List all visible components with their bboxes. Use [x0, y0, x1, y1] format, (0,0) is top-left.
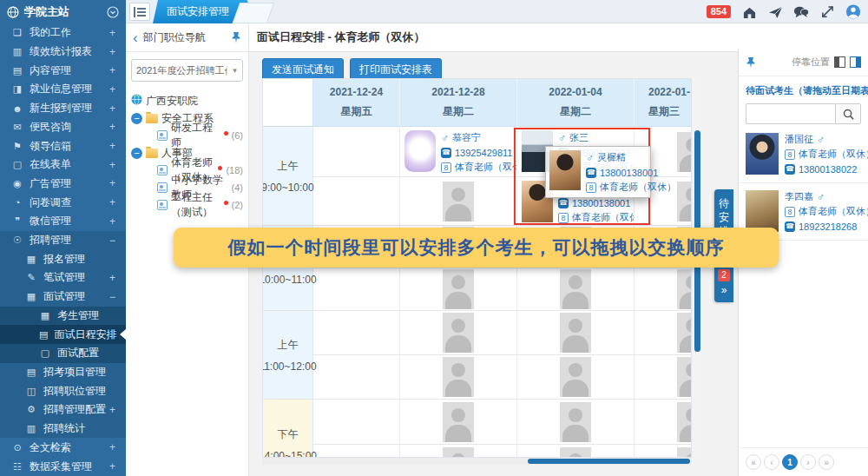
avatar-placeholder [677, 402, 692, 442]
send-icon[interactable] [767, 4, 783, 20]
schedule-cell[interactable] [635, 400, 692, 445]
dragging-candidate-card[interactable]: ♂灵樨精☎138001380018体育老师（双休） [545, 146, 651, 198]
pending-candidate-item[interactable]: 潘国征♂8体育老师（双休）☎13800138022 [739, 126, 868, 183]
dock-left-icon[interactable] [834, 56, 845, 68]
male-icon: ♂ [817, 134, 825, 146]
schedule-cell[interactable] [400, 268, 517, 311]
avatar-placeholder [560, 447, 591, 459]
monitor-icon: ❏ [11, 27, 23, 38]
schedule-cell[interactable] [635, 445, 692, 458]
sidebar-item-招聘管理配置[interactable]: ⚙招聘管理配置+ [0, 400, 126, 420]
schedule-cell[interactable] [313, 268, 400, 311]
collapse-icon[interactable]: − [131, 148, 142, 159]
dock-right-icon[interactable] [850, 56, 861, 68]
candidate-job-line: 8体育老师（双休） [441, 161, 517, 174]
male-icon: ♂ [586, 152, 594, 164]
schedule-cell[interactable] [313, 445, 400, 458]
drag-preview-card[interactable]: ♂灵樨精☎138001380018体育老师（双休） [546, 147, 650, 197]
page-button-›[interactable]: › [800, 454, 816, 470]
horizontal-scrollbar-thumb[interactable] [528, 459, 690, 464]
page-button-‹[interactable]: ‹ [764, 454, 779, 470]
sidebar-item-招聘统计[interactable]: ▥招聘统计 [0, 420, 126, 439]
sidebar-item-label: 招聘管理配置 [43, 402, 109, 417]
sidebar-item-微信管理[interactable]: ❞微信管理+ [0, 212, 126, 231]
sidebar-item-新生报到管理[interactable]: ☻新生报到管理+ [0, 99, 126, 118]
candidate-phone-line: ☎13800138001 [558, 196, 635, 209]
pin-icon[interactable] [746, 56, 756, 69]
search-button[interactable] [835, 103, 861, 124]
job-badge-icon: 8 [785, 207, 795, 217]
collapse-icon[interactable]: − [131, 113, 142, 124]
schedule-cell[interactable] [517, 268, 635, 311]
sidebar-item-数据采集管理[interactable]: ☷数据采集管理+ [0, 457, 126, 476]
dock-bar: 停靠位置 [739, 49, 868, 76]
candidate-name: 李四嘉 [785, 190, 813, 203]
sidebar-item-我的工作[interactable]: ❏我的工作+ [0, 23, 126, 43]
home-icon[interactable] [741, 4, 757, 20]
sidebar-item-广告管理[interactable]: ◉广告管理+ [0, 175, 126, 194]
sidebar-item-笔试管理[interactable]: ✎笔试管理+ [0, 268, 126, 288]
sidebar-item-报名管理[interactable]: ▦报名管理 [0, 249, 126, 268]
expand-mark: + [109, 140, 115, 152]
sidebar-item-问卷调查[interactable]: ◔问卷调查+ [0, 193, 126, 212]
tree-root-node[interactable]: 广西安职院 [131, 92, 243, 109]
page-button-1[interactable]: 1 [782, 454, 798, 470]
sidebar-item-招聘管理[interactable]: ☉招聘管理− [0, 231, 126, 250]
time-slot-cell: 上午9:00~10:00 [263, 127, 313, 226]
page-button-»[interactable]: » [819, 454, 834, 470]
collapse-panel-icon[interactable]: ‹ [133, 30, 138, 45]
schedule-cell[interactable] [635, 311, 692, 355]
schedule-cell[interactable] [517, 355, 635, 400]
schedule-cell[interactable] [400, 445, 517, 458]
chat-icon[interactable] [793, 4, 809, 20]
toggle-nav-icon[interactable] [129, 3, 150, 21]
sidebar-item-在线表单[interactable]: ▢在线表单+ [0, 155, 126, 175]
sidebar-item-就业信息管理[interactable]: ◨就业信息管理+ [0, 80, 126, 99]
schedule-cell[interactable] [313, 177, 400, 226]
search-input[interactable] [746, 103, 835, 124]
sidebar-item-招考项目管理[interactable]: ▤招考项目管理 [0, 363, 126, 382]
hint-tooltip: 假如一个时间段里可以安排多个考生，可以拖拽以交换顺序 [174, 228, 779, 268]
schedule-cell[interactable] [400, 311, 517, 355]
column-weekday: 星期五 [341, 104, 372, 119]
chevron-down-circle-icon[interactable] [107, 6, 119, 18]
fullscreen-icon[interactable] [819, 4, 835, 20]
page-button-«[interactable]: « [746, 454, 761, 470]
schedule-cell[interactable] [517, 311, 635, 355]
schedule-cell[interactable]: ♂慕容宁☎139254298118体育老师（双休） [400, 127, 517, 177]
schedule-cell[interactable] [635, 268, 692, 311]
date-column-header: 2022-01-04星期二 [517, 79, 635, 127]
app-logo[interactable]: 学院主站 [0, 0, 126, 23]
sidebar-item-面试管理[interactable]: ▦面试管理− [0, 288, 126, 307]
schedule-cell[interactable] [517, 445, 635, 458]
pin-icon[interactable] [231, 31, 241, 43]
sidebar-item-考生管理[interactable]: ▦考生管理 [0, 307, 126, 326]
schedule-cell[interactable] [313, 127, 400, 177]
candidate-name-line: ♂灵樨精 [586, 151, 676, 164]
sidebar-item-内容管理[interactable]: ▤内容管理+ [0, 61, 126, 80]
sidebar-item-面试配置[interactable]: ▢面试配置 [0, 344, 126, 363]
sidebar-item-全文检索[interactable]: ⊙全文检索+ [0, 438, 126, 457]
project-select[interactable]: 2021年度公开招聘工作人员... ▾ [131, 59, 243, 82]
sidebar-item-领导信箱[interactable]: ⚑领导信箱+ [0, 136, 126, 155]
sidebar-item-便民咨询[interactable]: ✉便民咨询+ [0, 118, 126, 137]
schedule-cell[interactable] [517, 400, 635, 445]
candidate-name: 潘国征 [785, 133, 813, 146]
schedule-cell[interactable] [313, 355, 400, 400]
user-avatar[interactable] [845, 4, 861, 20]
table-corner-cell [263, 79, 313, 127]
schedule-cell[interactable] [313, 311, 400, 355]
schedule-cell[interactable] [400, 355, 517, 400]
notification-badge[interactable]: 854 [707, 5, 731, 18]
sub-row [313, 445, 692, 458]
sidebar-item-招聘职位管理[interactable]: ◫招聘职位管理 [0, 381, 126, 400]
candidate-name-line: 潘国征♂ [785, 133, 868, 146]
sidebar-item-面试日程安排[interactable]: ▤面试日程安排 [0, 325, 126, 344]
schedule-cell[interactable] [313, 400, 400, 445]
sidebar-item-绩效统计报表[interactable]: ▥绩效统计报表+ [0, 43, 126, 62]
tree-position-研发工程师[interactable]: 研发工程师(6) [131, 127, 243, 144]
scheduled-candidate-card[interactable]: ♂慕容宁☎139254298118体育老师（双休） [400, 127, 516, 177]
schedule-cell[interactable] [635, 355, 692, 400]
schedule-cell[interactable] [400, 177, 517, 226]
schedule-cell[interactable] [400, 400, 517, 445]
